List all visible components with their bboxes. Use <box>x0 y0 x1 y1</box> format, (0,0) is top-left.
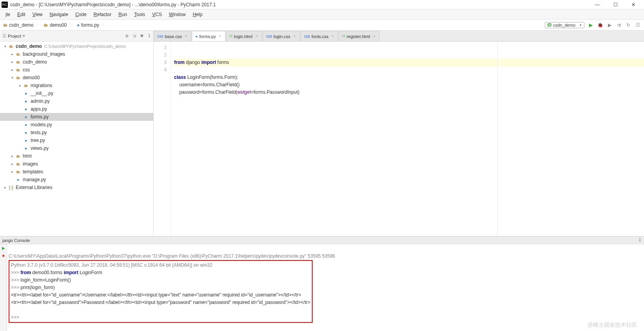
scope-toggle-icon[interactable]: ☰ <box>2 33 6 38</box>
console-output[interactable]: C:\Users\MY\AppData\Local\Programs\Pytho… <box>7 244 644 331</box>
editor-area: cssbase.css×●forms.py×Hlogin.html×csslog… <box>154 31 644 236</box>
search-button[interactable]: ☷ <box>635 22 641 28</box>
tree-node[interactable]: ●tree.py <box>0 136 153 144</box>
project-tree[interactable]: ▾🖿csdn_demoC:\Users\MY\PycharmProjects\c… <box>0 42 153 236</box>
tree-node[interactable]: ▾🖿demo00 <box>0 74 153 82</box>
tree-node[interactable]: ▸🖿templates <box>0 168 153 176</box>
editor-tab[interactable]: Hlogin.html× <box>226 31 262 41</box>
close-tab-icon[interactable]: × <box>185 34 187 38</box>
close-button[interactable]: ✕ <box>628 1 639 8</box>
folder-icon: 🖿 <box>15 154 21 158</box>
menu-view[interactable]: View <box>29 11 46 18</box>
tree-node[interactable]: ●admin.py <box>0 97 153 105</box>
window-title: csdn_demo - [C:\Users\MY\PycharmProjects… <box>10 2 216 7</box>
gear-icon[interactable]: ✱ <box>140 33 144 38</box>
run-config-label: csdn_demo <box>553 23 575 27</box>
python-file-icon: ● <box>23 138 29 143</box>
css-file-icon: css <box>157 34 163 38</box>
editor-tab[interactable]: cssbase.css× <box>154 31 191 41</box>
collapse-icon[interactable]: ⇲ <box>133 33 136 38</box>
chevron-right-icon: 〉 <box>70 22 74 28</box>
highlighted-block: Python 3.7.0 (v3.7.0:1bf9cc5093, Jun 27 … <box>9 260 313 323</box>
pycharm-icon: PC <box>2 2 8 8</box>
tree-node[interactable]: ▸🖿background_images <box>0 50 153 58</box>
menubar: ileEditViewNavigateCodeRefactorRunToolsV… <box>0 9 644 20</box>
navbar: 🖿 csdn_demo〉🖿 demo00〉● forms.py〉 dj csdn… <box>0 20 644 31</box>
editor-tab[interactable]: ●forms.py× <box>192 31 226 41</box>
tree-node[interactable]: ▸🖿images <box>0 160 153 168</box>
menu-window[interactable]: Window <box>166 11 189 18</box>
tree-node[interactable]: ▸║║External Libraries <box>0 184 153 191</box>
editor-tabs: cssbase.css×●forms.py×Hlogin.html×csslog… <box>154 31 644 42</box>
python-file-icon: ● <box>23 146 29 151</box>
tree-node[interactable]: ▾🖿csdn_demoC:\Users\MY\PycharmProjects\c… <box>0 42 153 50</box>
chevron-right-icon: 〉 <box>102 22 106 28</box>
folder-icon: 🖿 <box>15 75 21 80</box>
menu-refactor[interactable]: Refactor <box>91 11 115 18</box>
python-file-icon: ● <box>23 91 29 96</box>
console-hide-icon[interactable]: ↧ <box>638 238 642 243</box>
tree-node[interactable]: ●manage.py <box>0 176 153 184</box>
maximize-button[interactable]: ☐ <box>610 1 620 8</box>
console-stop-icon[interactable]: ■ <box>2 253 4 258</box>
menu-tools[interactable]: Tools <box>131 11 148 18</box>
close-tab-icon[interactable]: × <box>332 34 334 38</box>
tree-node[interactable]: ●apps.py <box>0 105 153 113</box>
breadcrumb-item[interactable]: 🖿 demo00 <box>44 22 67 28</box>
menu-navigate[interactable]: Navigate <box>47 11 71 18</box>
tree-node[interactable]: ▸🖿csdn_demo <box>0 58 153 66</box>
python-file-icon: ● <box>23 122 29 127</box>
run-config-selector[interactable]: dj csdn_demo <box>545 22 584 28</box>
breadcrumb-item[interactable]: 🖿 csdn_demo <box>3 22 33 28</box>
py-file-icon: ● <box>195 34 198 38</box>
tree-node[interactable]: ●tests.py <box>0 129 153 136</box>
tree-node[interactable]: ▸🖿html <box>0 152 153 160</box>
autoscroll-icon[interactable]: ⊕ <box>125 33 129 38</box>
project-toolwindow: ☰ Project ▾ ⊕ ⇲ ✱ ↧ ▾🖿csdn_demoC:\Users\… <box>0 31 154 236</box>
folder-icon: 🖿 <box>8 44 14 49</box>
editor-tab[interactable]: cssfonts.css× <box>300 31 338 41</box>
window-buttons: — ☐ ✕ <box>592 1 642 8</box>
stop-button[interactable]: ↻ <box>625 22 631 28</box>
python-file-icon: ● <box>23 115 29 119</box>
css-file-icon: css <box>266 34 272 38</box>
rerun-icon[interactable]: ▶ <box>2 246 5 250</box>
menu-vcs[interactable]: VCS <box>149 11 165 18</box>
run-button[interactable]: ▶ <box>588 22 594 28</box>
tree-node[interactable]: ▸🖿migrations <box>0 82 153 89</box>
tree-node[interactable]: ●models.py <box>0 121 153 129</box>
tree-node[interactable]: ▸🖿css <box>0 66 153 74</box>
titlebar: PC csdn_demo - [C:\Users\MY\PycharmProje… <box>0 0 644 9</box>
tree-node[interactable]: ●views.py <box>0 144 153 152</box>
html-file-icon: H <box>229 34 232 38</box>
python-file-icon: ● <box>23 130 29 135</box>
debug-button[interactable]: 🐞 <box>597 22 603 28</box>
project-title: Project <box>8 34 21 38</box>
menu-code[interactable]: Code <box>72 11 90 18</box>
editor-tab[interactable]: Hregister.html× <box>338 31 380 41</box>
tree-node[interactable]: ●forms.py <box>0 113 153 121</box>
gutter: 1234 <box>154 42 171 236</box>
hide-icon[interactable]: ↧ <box>147 33 151 38</box>
close-tab-icon[interactable]: × <box>373 34 376 38</box>
run-coverage-button[interactable]: ▶ <box>606 22 613 28</box>
close-tab-icon[interactable]: × <box>293 34 296 38</box>
folder-icon: 🖿 <box>15 60 21 64</box>
close-tab-icon[interactable]: × <box>219 34 222 38</box>
attach-button[interactable]: ⇉ <box>616 22 622 28</box>
editor-tab[interactable]: csslogin.css× <box>263 31 300 41</box>
folder-icon: 🖿 <box>15 162 21 166</box>
close-tab-icon[interactable]: × <box>256 34 258 38</box>
right-margin-line <box>497 42 498 236</box>
menu-ile[interactable]: ile <box>2 11 13 18</box>
menu-edit[interactable]: Edit <box>14 11 29 18</box>
folder-icon: 🖿 <box>23 83 29 88</box>
minimize-button[interactable]: — <box>592 1 602 8</box>
chevron-right-icon: 〉 <box>36 22 40 28</box>
menu-help[interactable]: Help <box>189 11 206 18</box>
tree-node[interactable]: ●__init__.py <box>0 89 153 97</box>
menu-run[interactable]: Run <box>115 11 130 18</box>
css-file-icon: css <box>304 34 310 38</box>
code-editor[interactable]: from django import forms class LoginForm… <box>171 42 644 236</box>
breadcrumb-item[interactable]: ● forms.py <box>77 22 99 28</box>
